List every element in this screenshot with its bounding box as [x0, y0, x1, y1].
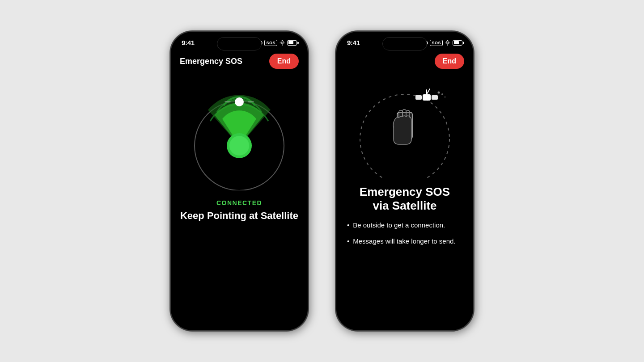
- instruction-text-2: Messages will take longer to send.: [353, 236, 455, 247]
- connected-status: CONNECTED: [216, 199, 262, 206]
- svg-point-32: [445, 97, 446, 98]
- status-icons-2: SOS: [424, 40, 462, 46]
- phone2-header: End: [336, 50, 473, 74]
- keep-pointing-text: Keep Pointing at Satellite: [171, 210, 307, 222]
- svg-point-10: [229, 136, 249, 156]
- svg-rect-2: [281, 42, 283, 44]
- svg-line-29: [427, 89, 430, 94]
- phone-2: 9:41 SOS: [335, 31, 474, 331]
- instruction-item-1: • Be outside to get a connection.: [347, 220, 462, 231]
- svg-line-18: [448, 40, 449, 42]
- svg-rect-26: [415, 95, 422, 100]
- sos-badge-2: SOS: [430, 40, 443, 46]
- satellite-icon-large: [415, 89, 446, 101]
- end-button-2[interactable]: End: [435, 54, 464, 69]
- phone1-title: Emergency SOS: [180, 57, 242, 66]
- svg-rect-16: [447, 42, 449, 44]
- phone-2-screen: 9:41 SOS: [336, 32, 473, 330]
- dynamic-island-2: [382, 37, 427, 51]
- satellite-status-icon-2: [445, 40, 451, 46]
- sos-badge-1: SOS: [264, 40, 277, 46]
- battery-icon-2: [453, 40, 462, 46]
- instruction-item-2: • Messages will take longer to send.: [347, 236, 462, 247]
- radar-svg: [186, 83, 293, 190]
- emergency-sos-title: Emergency SOS via Satellite: [336, 185, 473, 213]
- battery-icon-1: [287, 40, 297, 46]
- svg-point-11: [235, 97, 244, 106]
- dynamic-island: [217, 37, 262, 51]
- bullet-1: •: [347, 220, 349, 231]
- svg-rect-27: [432, 95, 438, 100]
- phone-1-screen: 9:41 SOS: [171, 32, 308, 330]
- hand-phone-group: [393, 109, 412, 144]
- svg-point-31: [441, 93, 443, 95]
- status-time-1: 9:41: [182, 39, 195, 46]
- svg-line-4: [282, 40, 284, 42]
- radar-container: CONNECTED Keep Pointing at Satellite: [171, 74, 308, 330]
- satellite-status-icon-1: [279, 40, 285, 46]
- svg-point-30: [438, 92, 440, 94]
- phone-1: 9:41 SOS: [170, 31, 309, 331]
- svg-rect-25: [423, 94, 431, 101]
- instruction-text-1: Be outside to get a connection.: [353, 220, 445, 231]
- bullet-2: •: [347, 236, 349, 247]
- status-time-2: 9:41: [347, 39, 360, 46]
- satellite-illustration: [336, 74, 473, 181]
- satellite-orbit-svg: [351, 81, 458, 179]
- status-icons-1: SOS: [258, 40, 297, 46]
- svg-line-17: [446, 40, 448, 42]
- svg-line-3: [281, 40, 282, 42]
- instructions-list: • Be outside to get a connection. • Mess…: [336, 213, 473, 259]
- end-button-1[interactable]: End: [269, 54, 299, 69]
- phone1-header: Emergency SOS End: [171, 50, 308, 74]
